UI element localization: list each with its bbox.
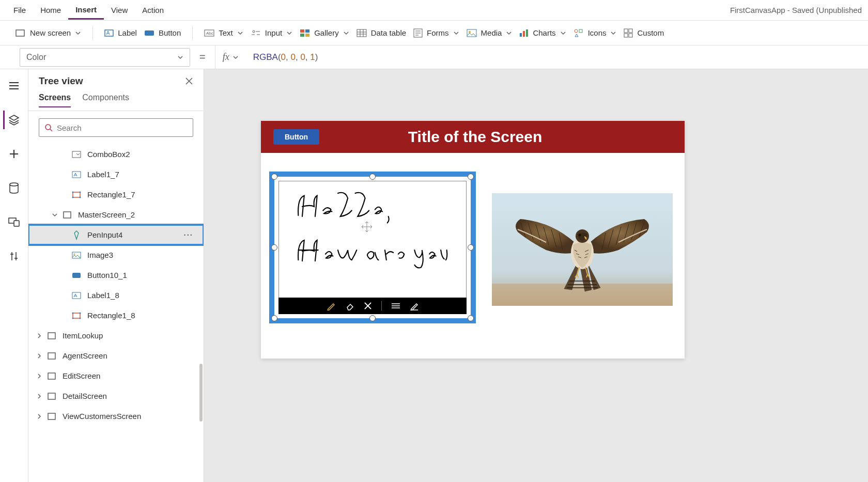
expand-chevron[interactable] [33, 353, 46, 359]
charts-icon [519, 29, 529, 37]
database-icon [9, 182, 19, 194]
scrollbar[interactable] [199, 364, 203, 422]
media-button[interactable]: Media [464, 25, 515, 40]
svg-point-42 [72, 317, 74, 319]
plus-icon [9, 149, 19, 159]
tree-node-peninput4[interactable]: PenInput4 ··· [28, 225, 204, 245]
data-button[interactable] [4, 179, 24, 197]
chevron-down-icon [286, 30, 292, 36]
expand-chevron[interactable] [33, 393, 46, 399]
resize-handle-e[interactable] [468, 244, 474, 251]
tab-screens[interactable]: Screens [39, 93, 71, 107]
tree-node-button10-1[interactable]: Button10_1 [28, 265, 204, 285]
svg-point-26 [45, 125, 51, 130]
tree-node-label1-7[interactable]: Label1_7 [28, 164, 204, 184]
resize-handle-ne[interactable] [468, 174, 474, 180]
forms-button[interactable]: Forms [411, 25, 461, 41]
input-button[interactable]: Input [249, 25, 295, 40]
resize-handle-w[interactable] [271, 244, 277, 251]
svg-rect-15 [523, 31, 525, 37]
custom-button[interactable]: Custom [622, 25, 666, 41]
advanced-button[interactable] [4, 247, 24, 266]
tree-node-combobox2[interactable]: ComboBox2 [28, 144, 204, 164]
tree-node-label: MasterScreen_2 [78, 210, 135, 219]
tree-node-itemlookup[interactable]: ItemLookup [28, 325, 204, 346]
resize-handle-nw[interactable] [271, 174, 277, 180]
color-icon[interactable] [410, 301, 419, 310]
formula-input[interactable]: RGBA(0, 0, 0, 1) [246, 52, 318, 63]
tree-node-detailscreen[interactable]: DetailScreen [28, 386, 204, 406]
expand-chevron[interactable] [33, 333, 46, 339]
menu-view[interactable]: View [104, 2, 135, 19]
menu-file[interactable]: File [6, 2, 33, 19]
property-selector[interactable]: Color [20, 48, 190, 67]
forms-icon [413, 28, 423, 38]
resize-handle-sw[interactable] [271, 315, 277, 321]
search-input[interactable] [57, 123, 188, 132]
more-options-button[interactable]: ··· [183, 230, 198, 239]
hamburger-button[interactable] [4, 76, 24, 95]
left-rail [0, 69, 28, 482]
close-button[interactable] [185, 77, 193, 85]
button-button[interactable]: Button [142, 25, 183, 40]
tree-view-panel: Tree view Screens Components ComboBox2 L… [28, 69, 204, 482]
menu-home[interactable]: Home [33, 2, 68, 19]
tree-node-editscreen[interactable]: EditScreen [28, 366, 204, 386]
gallery-button[interactable]: Gallery [298, 25, 351, 40]
draw-icon[interactable] [327, 301, 336, 310]
icons-button[interactable]: Icons [571, 25, 619, 41]
menu-bar: File Home Insert View Action FirstCanvas… [0, 0, 868, 21]
label-button[interactable]: Label [102, 25, 139, 41]
tab-components[interactable]: Components [82, 93, 129, 107]
svg-rect-45 [48, 353, 55, 359]
tree-node-viewcustomersscreen[interactable]: ViewCustomersScreen [28, 406, 204, 426]
media-rail-button[interactable] [4, 213, 24, 231]
erase-icon[interactable] [345, 301, 354, 310]
tree-node-rectangle1-7[interactable]: Rectangle1_7 [28, 184, 204, 205]
line-width-icon[interactable] [391, 302, 400, 309]
tree-node-label1-8[interactable]: Label1_8 [28, 285, 204, 305]
expand-chevron[interactable] [33, 373, 46, 379]
svg-point-33 [80, 196, 81, 198]
svg-rect-37 [72, 273, 81, 278]
resize-handle-s[interactable] [369, 315, 376, 321]
icons-icon [574, 28, 584, 38]
charts-button[interactable]: Charts [517, 25, 568, 40]
fx-prefix[interactable]: fx [215, 45, 246, 69]
svg-text:Abc: Abc [206, 31, 213, 36]
input-btn-label: Input [265, 28, 282, 37]
resize-handle-se[interactable] [468, 315, 474, 321]
tree-node-image3[interactable]: Image3 [28, 245, 204, 265]
pen-input-control[interactable] [269, 172, 476, 323]
tree-items: ComboBox2 Label1_7 Rectangle1_7 MasterSc… [28, 144, 204, 476]
svg-point-43 [80, 317, 81, 319]
tree-node-rectangle1-8[interactable]: Rectangle1_8 [28, 305, 204, 325]
data-table-btn-label: Data table [371, 28, 406, 37]
screen-button[interactable]: Button [273, 129, 319, 145]
canvas-area[interactable]: Button Title of the Screen [204, 69, 868, 482]
tree-node-masterscreen-2[interactable]: MasterScreen_2 [28, 205, 204, 225]
label-btn-label: Label [118, 28, 137, 37]
text-button[interactable]: Abc Text [202, 25, 245, 40]
tree-node-agentscreen[interactable]: AgentScreen [28, 346, 204, 366]
image-control[interactable] [484, 193, 680, 306]
tree-node-label: Label1_8 [87, 291, 119, 300]
insert-button[interactable] [4, 145, 24, 163]
clear-icon[interactable] [364, 302, 372, 310]
chevron-down-icon [610, 30, 616, 36]
screen-title: Title of the Screen [408, 128, 542, 146]
tree-view-button[interactable] [3, 111, 24, 129]
expand-chevron[interactable] [33, 413, 46, 419]
menu-insert[interactable]: Insert [68, 1, 104, 20]
expand-chevron[interactable] [48, 212, 61, 218]
menu-action[interactable]: Action [135, 2, 171, 19]
equals-sign: = [190, 51, 215, 63]
screen-icon [46, 330, 57, 341]
data-table-button[interactable]: Data table [354, 25, 408, 40]
text-btn-label: Text [219, 28, 233, 37]
resize-handle-n[interactable] [369, 174, 376, 180]
new-screen-button[interactable]: New screen [13, 25, 83, 40]
charts-btn-label: Charts [533, 28, 555, 37]
svg-point-30 [72, 191, 74, 193]
search-box[interactable] [39, 118, 193, 137]
